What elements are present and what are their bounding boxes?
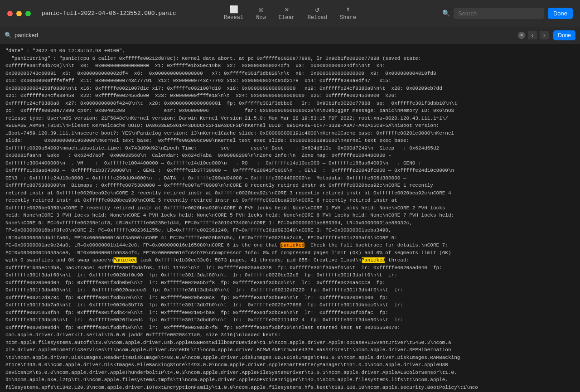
reload-button[interactable]: ↺ Reload [301,0,334,27]
title-search-area: 🔍 Done [442,8,573,19]
search-clear-button[interactable]: ✕ [518,32,525,39]
clear-icon: ✕ [285,6,289,14]
search-input[interactable] [14,32,515,39]
share-label: Share [340,15,356,21]
reveal-icon: ⬜ [229,6,238,14]
toolbar: ⬜ Reveal ◎ Now ✕ Clear ↺ Reload ⬆ Share [218,0,362,27]
now-button[interactable]: ◎ Now [250,0,272,27]
search-bar-icon: 🔍 [5,32,12,39]
reload-label: Reload [308,15,327,21]
panic-log-content[interactable]: "date" : "2022-04-06 12:35:52.98 +0100",… [0,44,580,392]
close-button[interactable] [7,11,13,16]
window-controls [7,11,31,16]
now-icon: ◎ [259,6,263,14]
maximize-button[interactable] [25,11,31,16]
nav-previous-button[interactable]: ‹ [528,31,537,39]
search-bar: 🔍 ✕ ‹ › Done [0,27,580,44]
share-button[interactable]: ⬆ Share [334,0,362,27]
clear-label: Clear [279,15,295,21]
done-button[interactable]: Done [548,8,573,19]
search-icon-title: 🔍 [442,10,450,17]
title-search-input[interactable] [454,8,544,19]
nav-next-button[interactable]: › [540,31,549,39]
now-label: Now [256,15,266,21]
title-bar: panic-full-2022-04-06-123552.000.panic ⬜… [0,0,580,27]
reload-icon: ↺ [315,6,320,14]
window-title: panic-full-2022-04-06-123552.000.panic [42,10,176,17]
minimize-button[interactable] [16,11,22,16]
share-icon: ⬆ [346,6,350,14]
search-done-button[interactable]: Done [553,30,575,40]
reveal-button[interactable]: ⬜ Reveal [218,0,250,27]
reveal-label: Reveal [224,15,243,21]
clear-button[interactable]: ✕ Clear [272,0,301,27]
